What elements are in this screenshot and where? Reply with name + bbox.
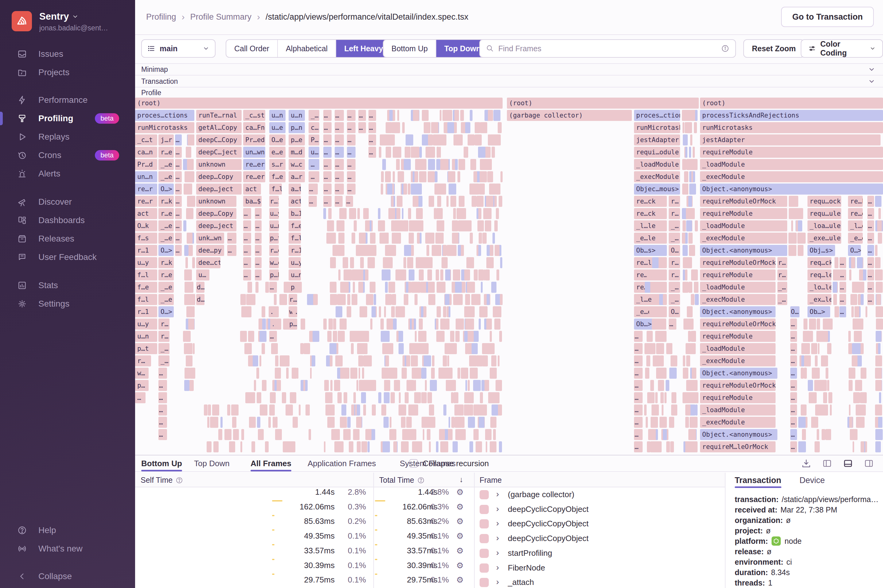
flame-frame[interactable] xyxy=(860,270,863,280)
flame-frame[interactable] xyxy=(443,405,446,416)
flame-frame[interactable]: _loadModule xyxy=(700,220,787,231)
flame-frame[interactable] xyxy=(429,405,434,416)
flame-frame[interactable]: … xyxy=(323,196,332,207)
flame-frame[interactable] xyxy=(358,356,363,366)
flame-frame[interactable] xyxy=(332,245,338,256)
flame-frame[interactable] xyxy=(386,318,393,330)
flame-frame[interactable] xyxy=(794,208,800,219)
flame-frame[interactable] xyxy=(491,356,497,366)
flame-frame[interactable] xyxy=(488,270,490,280)
flame-frame[interactable] xyxy=(857,282,858,293)
flame-frame[interactable]: … xyxy=(175,183,182,195)
sidebar-item-crons[interactable]: Cronsbeta xyxy=(0,147,135,164)
flame-frame[interactable] xyxy=(428,147,435,158)
flame-frame[interactable] xyxy=(365,306,367,317)
flame-frame[interactable] xyxy=(426,282,428,293)
flame-frame[interactable] xyxy=(336,441,343,452)
flame-frame[interactable] xyxy=(379,147,381,158)
flame-frame[interactable] xyxy=(850,429,853,440)
flame-frame[interactable] xyxy=(484,270,486,280)
flame-frame[interactable] xyxy=(449,183,456,195)
flame-frame[interactable] xyxy=(878,318,883,330)
flame-frame[interactable] xyxy=(333,331,337,342)
flame-frame[interactable] xyxy=(464,331,468,342)
flame-frame[interactable] xyxy=(390,392,395,403)
flame-frame[interactable]: u…n xyxy=(288,110,305,121)
flame-frame[interactable] xyxy=(684,110,691,121)
flame-frame[interactable] xyxy=(413,110,419,121)
flame-frame[interactable]: p…t xyxy=(269,232,279,244)
flame-frame[interactable]: O…k xyxy=(135,220,157,231)
flame-frame[interactable] xyxy=(426,245,429,256)
flame-frame[interactable]: u…y xyxy=(135,318,157,330)
flame-frame[interactable] xyxy=(271,343,278,354)
flame-frame[interactable] xyxy=(396,196,402,207)
flame-frame[interactable]: _ex…le xyxy=(808,294,831,305)
flame-frame[interactable] xyxy=(875,270,882,280)
flame-frame[interactable] xyxy=(240,294,246,305)
flame-frame[interactable] xyxy=(408,232,414,244)
flame-frame[interactable] xyxy=(393,441,397,452)
flame-frame[interactable] xyxy=(248,331,254,342)
flame-frame[interactable] xyxy=(437,196,441,207)
flame-frame[interactable] xyxy=(649,306,652,317)
flame-frame[interactable]: … xyxy=(358,110,366,121)
flame-frame[interactable] xyxy=(803,331,810,342)
flame-frame[interactable] xyxy=(691,270,697,280)
flame-frame[interactable] xyxy=(186,208,194,219)
flame-frame[interactable] xyxy=(428,134,432,146)
flame-frame[interactable] xyxy=(330,380,333,391)
flame-frame[interactable] xyxy=(656,429,658,440)
flame-frame[interactable] xyxy=(392,294,396,305)
flame-frame[interactable] xyxy=(817,429,819,440)
flame-frame[interactable] xyxy=(644,405,647,416)
flame-frame[interactable] xyxy=(464,306,470,317)
sidebar-item-discover[interactable]: Discover xyxy=(0,194,135,210)
flame-frame[interactable] xyxy=(691,159,696,170)
flame-frame[interactable] xyxy=(231,405,239,416)
tab-bottom-up[interactable]: Bottom Up xyxy=(141,455,182,471)
flame-frame[interactable]: … xyxy=(243,208,251,219)
flame-frame[interactable] xyxy=(468,294,470,305)
expand-chevron-icon[interactable]: › xyxy=(496,489,499,499)
flame-frame[interactable]: _…e xyxy=(158,220,174,231)
sidebar-item-performance[interactable]: Performance xyxy=(0,92,135,109)
flame-frame[interactable]: _e…le xyxy=(634,232,667,244)
flame-frame[interactable] xyxy=(823,405,826,416)
flame-frame[interactable] xyxy=(429,196,434,207)
flame-frame[interactable] xyxy=(339,318,345,330)
flame-frame[interactable]: jestAdapter xyxy=(634,134,680,146)
flame-frame[interactable]: w…c xyxy=(288,159,305,170)
flame-frame[interactable]: requireModuleOrMock xyxy=(700,196,787,207)
flame-frame[interactable] xyxy=(398,405,405,416)
flame-frame[interactable] xyxy=(256,368,259,379)
flame-frame[interactable] xyxy=(473,380,481,391)
flame-frame[interactable]: r…k xyxy=(158,257,174,268)
flame-frame[interactable] xyxy=(484,380,489,391)
flame-frame[interactable]: … xyxy=(158,380,167,391)
flame-frame[interactable]: re…r xyxy=(135,196,157,207)
flame-frame[interactable]: … xyxy=(368,110,376,121)
flame-frame[interactable]: requireM…leOrMock xyxy=(700,441,776,452)
flame-frame[interactable] xyxy=(421,306,423,317)
flame-frame[interactable] xyxy=(459,196,464,207)
flame-frame[interactable] xyxy=(466,147,468,158)
flame-frame[interactable] xyxy=(659,417,666,428)
flame-frame[interactable] xyxy=(686,380,692,391)
flame-frame[interactable] xyxy=(283,441,287,452)
flame-frame[interactable] xyxy=(391,306,395,317)
flame-frame[interactable]: requireModule xyxy=(700,208,787,219)
flame-frame[interactable] xyxy=(476,441,479,452)
flame-frame[interactable] xyxy=(382,232,389,244)
flame-frame[interactable] xyxy=(246,294,254,305)
flame-frame[interactable] xyxy=(693,380,698,391)
tab-system-frames[interactable]: System Frames xyxy=(400,455,456,471)
flame-frame[interactable] xyxy=(436,331,438,342)
flame-frame[interactable]: Pr…d xyxy=(135,159,157,170)
flame-frame[interactable] xyxy=(812,368,818,379)
flame-frame[interactable] xyxy=(356,417,362,428)
flame-frame[interactable]: … xyxy=(255,257,261,268)
flame-frame[interactable] xyxy=(488,392,490,403)
flame-frame[interactable] xyxy=(344,392,347,403)
flame-frame[interactable]: … xyxy=(255,220,261,231)
